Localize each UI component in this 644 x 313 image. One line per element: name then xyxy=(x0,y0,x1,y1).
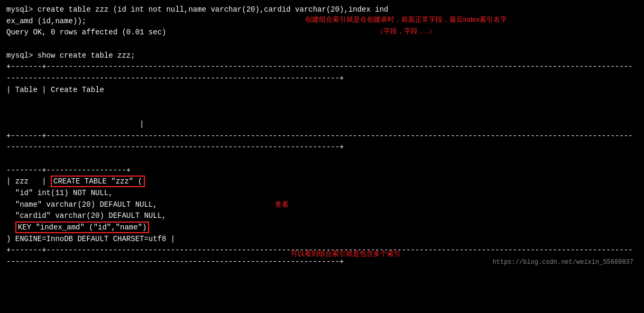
engine-line: ) ENGINE=InnoDB DEFAULT CHARSET=utf8 | xyxy=(6,234,638,245)
field-cardid: "cardid" varchar(20) DEFAULT NULL, xyxy=(6,210,638,222)
sep-inner: --------+------------------+ xyxy=(6,165,638,177)
line-5: mysql> show create table zzz; xyxy=(6,50,638,62)
field-key: KEY "index_amd" ("id","name") xyxy=(6,222,638,234)
field-id: "id" int(11) NOT NULL, xyxy=(6,188,638,199)
line-4 xyxy=(6,39,638,50)
sep-mid-2: ----------------------------------------… xyxy=(6,142,638,153)
field-name: "name" varchar(20) DEFAULT NULL, xyxy=(6,199,638,211)
annotation-composite-index: 创建组合索引就是在创建表时，前面正常字段，最后index索引名字 （字段，字段，… xyxy=(305,14,507,37)
terminal-window: mysql> create table zzz (id int not null… xyxy=(0,0,644,313)
table-header: | Table | Create Table xyxy=(6,85,638,96)
key-highlight: KEY "index_amd" ("id","name") xyxy=(15,222,150,233)
sep-top-1: +-------+-------------------------------… xyxy=(6,61,638,73)
blank-2 xyxy=(6,107,638,119)
content-area: mysql> create table zzz (id int not null… xyxy=(6,4,638,268)
annotation-view: 查看 xyxy=(275,200,289,209)
create-table-highlight: CREATE TABLE "zzz" ( xyxy=(51,176,145,187)
annotation-composite-contains: 可以看到组合索引就是包含多个索引 xyxy=(291,249,401,259)
watermark: https://blog.csdn.net/weixin_55609837 xyxy=(493,259,633,266)
blank-1 xyxy=(6,96,638,108)
pipe-end: | xyxy=(6,119,638,131)
blank-3 xyxy=(6,153,638,165)
data-row-zzz: | zzz | CREATE TABLE "zzz" ( xyxy=(6,176,638,188)
sep-mid-1: +-------+-------------------------------… xyxy=(6,131,638,142)
sep-top-2: ----------------------------------------… xyxy=(6,73,638,85)
